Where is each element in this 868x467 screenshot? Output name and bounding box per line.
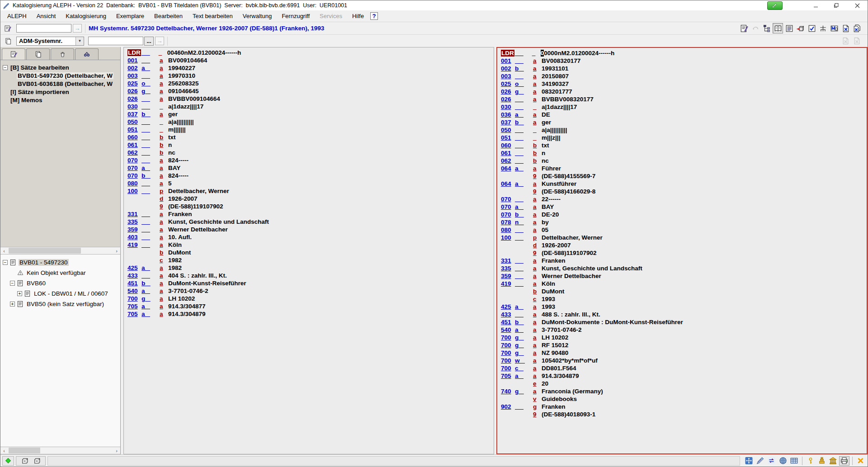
cancel-icon[interactable]	[855, 456, 866, 466]
field-value[interactable]: BAY	[168, 165, 180, 171]
field-tag[interactable]: LDR	[127, 49, 141, 56]
field-tag[interactable]: LDR	[501, 50, 514, 57]
field-value[interactable]: 914.3/304879	[542, 373, 579, 379]
drawer-left-icon[interactable]	[19, 456, 30, 466]
field-value[interactable]: a|a||||||||||	[168, 118, 194, 125]
marc-field-row[interactable]: 335 __ a Kunst, Geschichte und Landschaf…	[497, 264, 867, 272]
field-value[interactable]: DuMont-Dokumente : DuMont-Kunst-Reisefüh…	[542, 319, 683, 325]
node-kein-objekt[interactable]: Kein Objekt verfügbar	[0, 268, 120, 278]
field-tag[interactable]: 700	[501, 357, 515, 364]
field-tag[interactable]: 425	[127, 264, 142, 271]
field-tag[interactable]: 037	[127, 111, 142, 118]
marc-field-row[interactable]: 700 g_ a RF 15012	[497, 341, 867, 349]
bank-icon[interactable]	[828, 456, 838, 466]
marc-field-row[interactable]: 433 __ a 488 S. : zahlr. Ill., Kt.	[497, 311, 867, 318]
scroll-left-icon[interactable]: ‹	[0, 448, 8, 453]
field-tag[interactable]: 700	[501, 334, 515, 341]
field-tag[interactable]: 100	[127, 188, 142, 194]
field-tag[interactable]: 051	[501, 134, 515, 141]
marc-field-row[interactable]: 9 (DE-588)4155569-7	[497, 172, 867, 180]
expander-icon[interactable]: +	[17, 291, 22, 296]
menu-aleph[interactable]: ALEPH	[2, 11, 32, 21]
marc-field-row[interactable]: LDR __ _ 00000nM2.01200024------h	[497, 49, 867, 57]
field-tag[interactable]: 025	[501, 80, 515, 87]
field-value[interactable]: 083201777	[542, 88, 572, 95]
field-value[interactable]: Führer	[542, 165, 561, 172]
field-tag[interactable]: 419	[501, 280, 515, 287]
marc-edit-icon[interactable]: MARC	[755, 456, 765, 466]
marc-field-row[interactable]: 419 __ a Köln	[497, 280, 867, 288]
tab-delete[interactable]	[51, 48, 74, 60]
field-tag[interactable]: 001	[501, 57, 515, 64]
marc-field-row[interactable]: 9 (DE-588)4166029-8	[497, 188, 867, 195]
field-value[interactable]: BAY	[542, 203, 554, 210]
marc-field-row[interactable]: 419 __ a Köln	[124, 241, 494, 249]
field-value[interactable]: (DE-588)119107902	[168, 203, 223, 210]
field-tag[interactable]: 359	[127, 226, 142, 233]
marc-field-row[interactable]: 700 w_ a 105402*by*mf*of*uf	[497, 357, 867, 364]
marc-field-row[interactable]: 030 __ _ a|1dazz||||17	[497, 103, 867, 111]
marc-field-row[interactable]: 705 a_ a 914.3/304877	[124, 302, 494, 310]
marc-field-row[interactable]: 705 a_ a 914.3/304879	[497, 372, 867, 380]
menu-hilfe[interactable]: Hilfe	[347, 11, 369, 21]
marc-field-row[interactable]: 078 n_ a by	[497, 218, 867, 226]
field-value[interactable]: 1982	[168, 257, 182, 264]
field-tag[interactable]: 100	[501, 234, 515, 241]
field-value[interactable]: a|1dazz||||17	[168, 103, 203, 110]
marc-field-row[interactable]: 026 g_ a 083201777	[497, 88, 867, 95]
field-value[interactable]: 404 S. : zahlr. Ill., Kt.	[168, 272, 227, 279]
field-tag[interactable]: 002	[501, 65, 515, 72]
marc-field-row[interactable]: 359 __ a Werner Dettelbacher	[124, 226, 494, 233]
marc-field-row[interactable]: b DuMont	[497, 288, 867, 295]
field-value[interactable]: n	[168, 142, 172, 148]
marc-field-row[interactable]: 403 __ a 10. Aufl.	[124, 233, 494, 241]
field-value[interactable]: 05	[542, 226, 548, 233]
new-record-icon[interactable]	[739, 23, 749, 33]
field-value[interactable]: DE	[542, 111, 550, 118]
field-tag[interactable]: 064	[501, 165, 515, 172]
field-tag[interactable]: 026	[501, 96, 515, 103]
marc-check-icon[interactable]	[829, 23, 840, 33]
field-tag[interactable]: 025	[127, 80, 142, 87]
field-tag[interactable]: 050	[127, 118, 142, 125]
tab-copy[interactable]	[26, 48, 50, 60]
marc-field-row[interactable]: 540 a_ a 3-7701-0746-2	[124, 287, 494, 295]
marc-field-row[interactable]: 070 a_ a BAY	[497, 203, 867, 211]
field-tag[interactable]: 700	[127, 295, 142, 302]
field-tag[interactable]: 080	[127, 180, 142, 187]
scrollbar-thumb[interactable]	[9, 448, 40, 453]
maximize-button[interactable]	[826, 0, 847, 10]
field-value[interactable]: Franken	[168, 211, 192, 217]
marc-field-row[interactable]: 050 __ _ a|a||||||||||	[124, 118, 494, 126]
marc-field-row[interactable]: 9 (DE-588)119107902	[497, 249, 867, 257]
field-tag[interactable]: 335	[127, 218, 142, 225]
system-number-input[interactable]	[88, 37, 143, 45]
field-value[interactable]: 3-7701-0746-2	[168, 288, 208, 294]
field-value[interactable]: LH 10202	[542, 334, 568, 341]
field-value[interactable]: DuMont	[542, 288, 564, 295]
field-value[interactable]: RF 15012	[542, 342, 568, 349]
field-value[interactable]: 105402*by*mf*of*uf	[542, 357, 598, 364]
field-value[interactable]: 824-----	[168, 157, 189, 164]
marc-field-row[interactable]: 425 a_ a 1982	[124, 264, 494, 272]
field-value[interactable]: BVBBV009104664	[168, 95, 220, 102]
field-value[interactable]: 914.3/304879	[168, 311, 206, 317]
field-value[interactable]: NZ 90480	[542, 349, 568, 356]
field-value[interactable]: DuMont-Kunst-Reiseführer	[168, 280, 246, 287]
marc-field-row[interactable]: 036 a_ a DE	[497, 111, 867, 118]
marc-field-row[interactable]: 9 (DE-588)119107902	[124, 203, 494, 210]
field-tag[interactable]: 451	[501, 319, 515, 325]
field-value[interactable]: txt	[168, 134, 176, 141]
marc-field-row[interactable]: 037 b_ a ger	[497, 118, 867, 126]
field-tag[interactable]: 705	[127, 303, 142, 310]
node-lok[interactable]: + LOK - DBW01 / ML / 00607	[0, 288, 120, 299]
field-tag[interactable]: 037	[501, 119, 515, 126]
field-value[interactable]: txt	[542, 142, 549, 149]
menu-verwaltung[interactable]: Verwaltung	[238, 11, 277, 21]
field-tag[interactable]: 335	[501, 265, 515, 272]
marc-field-row[interactable]: 331 __ a Franken	[124, 210, 494, 218]
field-value[interactable]: Kunst, Geschichte und Landschaft	[168, 218, 269, 225]
field-tag[interactable]: 700	[501, 342, 515, 349]
marc-field-row[interactable]: d 1926-2007	[124, 195, 494, 203]
field-value[interactable]: Köln	[168, 241, 182, 248]
